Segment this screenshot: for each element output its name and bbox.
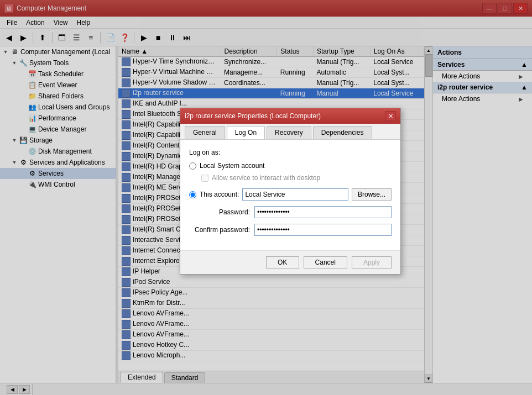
local-system-label: Local System account [200, 162, 264, 170]
dialog-title-bar: i2p router service Properties (Local Com… [180, 108, 400, 124]
this-account-radio[interactable] [189, 191, 196, 198]
this-account-label: This account: [200, 191, 239, 198]
password-label: Password: [189, 208, 250, 216]
cancel-button[interactable]: Cancel [304, 256, 347, 268]
dialog: i2p router service Properties (Local Com… [180, 108, 401, 275]
confirm-password-input[interactable] [254, 224, 392, 236]
allow-desktop-checkbox[interactable] [201, 175, 208, 182]
allow-desktop-row: Allow service to interact with desktop [201, 174, 392, 182]
dialog-tab-recovery[interactable]: Recovery [267, 126, 311, 139]
confirm-label: Confirm password: [189, 226, 250, 234]
password-row: Password: [189, 206, 392, 218]
dialog-tabs: General Log On Recovery Dependencies [180, 124, 400, 140]
apply-button[interactable]: Apply [352, 256, 392, 268]
this-account-row: This account: Browse... [189, 188, 392, 201]
allow-desktop-label: Allow service to interact with desktop [212, 174, 320, 182]
dialog-tab-dependencies[interactable]: Dependencies [313, 126, 372, 139]
confirm-password-row: Confirm password: [189, 224, 392, 236]
dialog-footer: OK Cancel Apply [180, 250, 400, 274]
dialog-title: i2p router service Properties (Local Com… [185, 112, 321, 120]
password-input[interactable] [254, 206, 392, 218]
dialog-tab-logon[interactable]: Log On [227, 126, 265, 139]
this-account-input[interactable] [242, 188, 348, 201]
dialog-overlay: i2p router service Properties (Local Com… [0, 0, 532, 395]
local-system-radio[interactable] [189, 162, 196, 170]
browse-button[interactable]: Browse... [352, 188, 392, 201]
logon-label: Log on as: [189, 149, 392, 156]
dialog-close-button[interactable]: ✕ [385, 111, 396, 121]
local-system-row: Local System account [189, 162, 392, 170]
dialog-tab-general[interactable]: General [185, 126, 225, 139]
ok-button[interactable]: OK [266, 256, 299, 268]
dialog-content: Log on as: Local System account Allow se… [180, 140, 400, 250]
